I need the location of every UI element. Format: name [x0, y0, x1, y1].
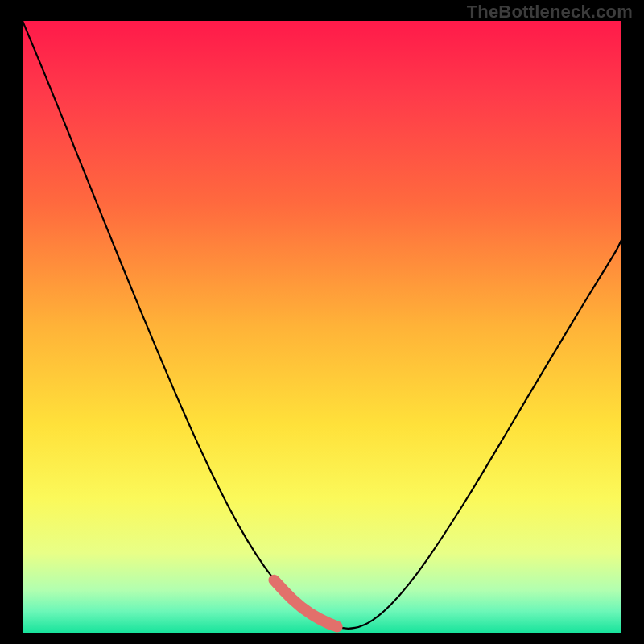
- watermark-text: TheBottleneck.com: [467, 2, 633, 23]
- plot-svg: [23, 21, 621, 633]
- plot-area: [23, 21, 621, 633]
- gradient-background: [23, 21, 621, 633]
- chart-frame: TheBottleneck.com: [0, 0, 644, 644]
